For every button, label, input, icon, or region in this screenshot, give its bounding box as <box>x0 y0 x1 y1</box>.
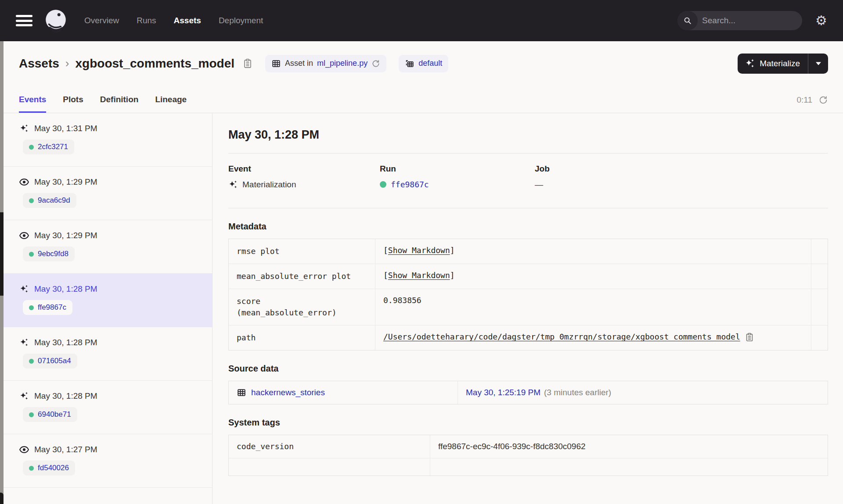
run-id-badge[interactable]: 2cfc3271 <box>23 139 74 154</box>
event-list-item[interactable]: May 30, 1:28 PM 071605a4 <box>4 327 212 381</box>
copy-asset-name-icon[interactable] <box>242 58 253 69</box>
observation-eye-icon <box>19 231 29 240</box>
event-list-item[interactable] <box>4 488 212 504</box>
run-status-dot <box>29 252 34 257</box>
event-list: May 30, 1:31 PM 2cfc3271 May 30, 1:29 PM… <box>4 113 213 504</box>
nav-runs[interactable]: Runs <box>137 16 156 25</box>
event-list-item-selected[interactable]: May 30, 1:28 PM ffe9867c <box>4 274 212 327</box>
repository-badge[interactable]: default <box>399 55 448 72</box>
event-list-item[interactable]: May 30, 1:28 PM 6940be71 <box>4 381 212 434</box>
primary-nav: Overview Runs Assets Deployment <box>84 16 263 25</box>
code-location-grid-icon <box>271 59 281 68</box>
breadcrumb-separator: › <box>65 57 69 70</box>
metadata-key: path <box>229 325 375 350</box>
settings-gear-icon[interactable]: ⚙ <box>815 14 827 27</box>
repository-default-link[interactable]: default <box>418 59 442 68</box>
nav-overview[interactable]: Overview <box>84 16 119 25</box>
materialization-icon <box>19 124 29 133</box>
refresh-countdown: 0:11 <box>796 95 812 105</box>
tab-definition[interactable]: Definition <box>100 95 139 113</box>
event-timestamp: May 30, 1:28 PM <box>34 284 97 294</box>
system-tags-heading: System tags <box>228 418 828 428</box>
table-row: mean_absolute_error plot [Show Markdown] <box>229 264 828 289</box>
run-id-badge[interactable]: 6940be71 <box>23 407 77 422</box>
tab-plots[interactable]: Plots <box>63 95 83 113</box>
score-value: 0.983856 <box>383 296 422 305</box>
source-timestamp-link[interactable]: May 30, 1:25:19 PM <box>466 388 540 397</box>
nav-deployment[interactable]: Deployment <box>219 16 263 25</box>
source-asset-link[interactable]: hackernews_stories <box>251 388 325 397</box>
metadata-heading: Metadata <box>228 222 828 232</box>
search-input[interactable] <box>698 16 802 25</box>
run-id-badge[interactable]: 071605a4 <box>23 354 77 368</box>
asset-tabs: Events Plots Definition Lineage 0:11 <box>0 86 843 113</box>
observation-eye-icon <box>19 177 29 187</box>
tab-events[interactable]: Events <box>19 95 46 113</box>
asset-header: Assets › xgboost_comments_model Asset in… <box>0 41 843 86</box>
table-row: score (mean_absolute_error) 0.983856 <box>229 289 828 325</box>
materialization-icon <box>19 338 29 347</box>
event-list-item[interactable]: May 30, 1:27 PM fd540026 <box>4 434 212 488</box>
run-id-badge[interactable]: fd540026 <box>23 461 75 475</box>
event-timestamp: May 30, 1:28 PM <box>34 391 97 401</box>
materialization-icon <box>228 180 238 189</box>
event-list-item[interactable]: May 30, 1:29 PM 9aca6c9d <box>4 167 212 220</box>
menu-icon[interactable] <box>16 15 32 26</box>
system-tag-key: code_version <box>229 435 430 458</box>
table-row: path /Users/odetteharary/code/dagster/tm… <box>229 325 828 350</box>
event-timestamp: May 30, 1:31 PM <box>34 124 97 133</box>
metadata-key: mean_absolute_error plot <box>229 264 375 289</box>
materialize-button-group: Materialize <box>738 54 828 74</box>
tab-lineage[interactable]: Lineage <box>155 95 187 113</box>
materialization-icon <box>19 284 29 294</box>
job-value: — <box>535 180 543 189</box>
materialize-label: Materialize <box>760 59 800 68</box>
table-row: rmse plot [Show Markdown] <box>229 239 828 264</box>
refresh-icon[interactable] <box>818 95 828 105</box>
copy-path-icon[interactable] <box>745 332 754 342</box>
storage-path-link[interactable]: /Users/odetteharary/code/dagster/tmp_0mz… <box>383 332 740 341</box>
event-timestamp: May 30, 1:27 PM <box>34 445 97 454</box>
dagster-logo-icon[interactable] <box>43 8 68 33</box>
sparkle-icon <box>745 58 755 69</box>
reload-location-icon[interactable] <box>371 59 380 68</box>
search-icon <box>677 11 698 30</box>
nav-assets[interactable]: Assets <box>174 16 201 25</box>
run-status-dot <box>380 181 386 188</box>
table-row: code_version ffe9867c-ec9c-4f06-939c-f8d… <box>229 435 828 458</box>
search-bar[interactable]: / <box>677 11 802 30</box>
run-status-dot <box>29 412 34 417</box>
asset-location-prefix: Asset in <box>285 59 313 68</box>
run-id-badge[interactable]: ffe9867c <box>23 300 72 315</box>
breadcrumb: Assets › xgboost_comments_model <box>19 57 253 71</box>
run-id-badge[interactable]: 9aca6c9d <box>23 193 76 208</box>
run-id-badge[interactable]: 9ebc9fd8 <box>23 247 75 261</box>
source-data-heading: Source data <box>228 364 828 374</box>
table-row <box>229 458 828 475</box>
event-timestamp: May 30, 1:28 PM <box>34 338 97 347</box>
repository-layers-icon <box>405 59 414 68</box>
system-tag-value: ffe9867c-ec9c-4f06-939c-f8dc830c0962 <box>430 435 828 458</box>
show-markdown-link[interactable]: [Show Markdown] <box>383 271 455 280</box>
event-list-item[interactable]: May 30, 1:29 PM 9ebc9fd8 <box>4 220 212 274</box>
materialize-dropdown-button[interactable] <box>808 54 828 74</box>
run-id-link[interactable]: ffe9867c <box>391 180 429 189</box>
job-column-label: Job <box>535 164 550 174</box>
breadcrumb-assets-link[interactable]: Assets <box>19 57 59 71</box>
event-detail-pane: May 30, 1:28 PM Event Materialization Ru… <box>213 113 843 504</box>
show-markdown-link[interactable]: [Show Markdown] <box>383 246 455 255</box>
metadata-key: rmse plot <box>229 239 375 264</box>
materialization-icon <box>19 391 29 401</box>
system-tags-table: code_version ffe9867c-ec9c-4f06-939c-f8d… <box>228 435 828 476</box>
event-list-item[interactable]: May 30, 1:31 PM 2cfc3271 <box>4 113 212 167</box>
materialize-button[interactable]: Materialize <box>738 54 808 74</box>
event-type-value: Materialization <box>242 180 296 189</box>
event-column-label: Event <box>228 164 380 174</box>
metadata-table: rmse plot [Show Markdown] mean_absolute_… <box>228 239 828 350</box>
observation-eye-icon <box>19 445 29 454</box>
asset-location-badge[interactable]: Asset in ml_pipeline.py <box>265 55 386 72</box>
event-detail-title: May 30, 1:28 PM <box>228 128 828 142</box>
pipeline-file-link[interactable]: ml_pipeline.py <box>317 59 367 68</box>
run-status-dot <box>29 305 34 310</box>
top-nav-bar: Overview Runs Assets Deployment / ⚙ <box>0 0 843 41</box>
